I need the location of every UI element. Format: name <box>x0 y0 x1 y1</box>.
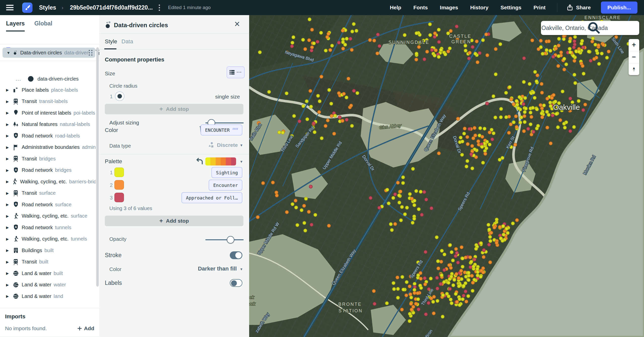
imports-title: Imports <box>5 313 99 320</box>
drag-handle-icon[interactable] <box>89 50 93 56</box>
layer-group-surface[interactable]: ▶Walking, cycling, etc.surface <box>0 210 96 222</box>
breadcrumb-styles[interactable]: Styles <box>39 4 56 11</box>
expand-triangle-icon[interactable]: ▶ <box>6 271 11 275</box>
palette-gradient-swatch[interactable] <box>205 157 236 165</box>
expand-triangle-icon[interactable]: ▶ <box>6 260 11 264</box>
layer-group-surface[interactable]: ▶ARoad networksurface <box>0 199 96 210</box>
zoom-in-button[interactable]: + <box>629 39 639 51</box>
nav-images[interactable]: Images <box>440 5 458 11</box>
layer-group-surface[interactable]: ▶Transitsurface <box>0 187 96 199</box>
layer-group-water[interactable]: ▶Land & waterwater <box>0 279 96 291</box>
add-import-button[interactable]: Add <box>77 325 94 331</box>
size-value-list-button[interactable]: ··· <box>227 66 245 78</box>
stroke-color-dropdown[interactable]: Darker than fill ▾ <box>198 265 242 272</box>
expand-triangle-icon[interactable]: ▶ <box>6 237 11 241</box>
data-type-dropdown[interactable]: Discrete ▾ <box>207 142 242 149</box>
stop-value-chip[interactable]: Encounter <box>209 180 242 191</box>
layer-group-tunnels[interactable]: ▶ARoad networktunnels <box>0 222 96 233</box>
expand-triangle-icon[interactable]: ▶ <box>6 180 10 184</box>
opacity-knob[interactable] <box>227 236 234 244</box>
expand-triangle-icon[interactable]: ▶ <box>6 191 11 195</box>
nav-history[interactable]: History <box>470 5 488 11</box>
nav-settings[interactable]: Settings <box>501 5 522 11</box>
stroke-toggle[interactable] <box>230 251 242 259</box>
group-name: Natural features <box>22 121 57 127</box>
place-icon <box>13 87 19 93</box>
expand-triangle-icon[interactable]: ▶ <box>6 203 11 207</box>
layer-group-built[interactable]: ▶Transitbuilt <box>0 256 96 268</box>
stop-color-swatch[interactable] <box>114 167 124 177</box>
layer-group-bridges[interactable]: ▶Transitbridges <box>0 153 96 164</box>
compass-bearing-button[interactable]: ▲▼ <box>629 63 639 75</box>
expand-triangle-icon[interactable]: ▶ <box>6 283 11 287</box>
layer-group-built[interactable]: ▶Buildingsbuilt <box>0 245 96 256</box>
add-size-stop-button[interactable]: +Add stop <box>105 104 243 114</box>
layer-group-barriers-bridges[interactable]: ▶Walking, cycling, etc.barriers-bridges <box>0 176 96 187</box>
expand-triangle-icon[interactable]: ▶ <box>6 99 11 104</box>
map-canvas[interactable]: Neyagawa BlvdSixth LineUpper Middle RdDo… <box>249 15 644 337</box>
expand-triangle-icon[interactable]: ▶ <box>6 145 11 149</box>
mapbox-studio-logo[interactable] <box>22 3 33 13</box>
stop-value-chip[interactable]: Approached or Foll… <box>181 192 242 203</box>
group-id: bridges <box>39 156 56 162</box>
opacity-slider[interactable] <box>205 239 244 240</box>
layer-group-transit-labels[interactable]: ▶Transittransit-labels <box>0 96 96 107</box>
group-name: Transit <box>22 98 37 104</box>
expand-triangle-icon[interactable]: ▶ <box>6 214 11 218</box>
geocoder-search-box[interactable] <box>541 21 639 35</box>
reverse-palette-icon[interactable] <box>196 157 203 166</box>
expand-triangle-icon[interactable]: ▶ <box>6 88 11 92</box>
layer-group-bridges[interactable]: ▶ARoad networkbridges <box>0 164 96 176</box>
breadcrumb-style-id[interactable]: 29b5e0e071d4f76d0aff9d220... <box>70 4 153 11</box>
stop-color-swatch[interactable] <box>114 193 124 202</box>
color-field-chip[interactable]: ENCOUNTER ““ <box>201 124 242 136</box>
layer-group-built[interactable]: ▶Land & waterbuilt <box>0 267 96 279</box>
opacity-label: Opacity <box>109 236 126 242</box>
imports-empty-text: No imports found. <box>5 325 47 331</box>
style-menu-kebab-icon[interactable] <box>158 4 161 12</box>
close-panel-icon[interactable]: × <box>233 18 241 30</box>
expand-triangle-icon[interactable]: ▶ <box>6 168 11 172</box>
expand-triangle-icon[interactable]: ▶ <box>6 134 11 138</box>
tab-style[interactable]: Style <box>105 38 117 45</box>
layer-group-land[interactable]: ▶Land & waterland <box>0 290 96 302</box>
layer-group-poi-labels[interactable]: ▶Point of interest labelspoi-labels <box>0 107 96 119</box>
nav-help[interactable]: Help <box>390 5 401 11</box>
child-prefix: ... <box>16 76 21 82</box>
layer-row-child[interactable]: ... data-driven-circles <box>0 74 96 84</box>
stop-color-swatch[interactable] <box>114 180 124 190</box>
expand-triangle-icon[interactable]: ▶ <box>6 157 11 161</box>
publish-button[interactable]: Publish... <box>601 2 637 14</box>
landwater-icon <box>13 293 19 299</box>
add-palette-stop-button[interactable]: +Add stop <box>105 216 243 226</box>
zoom-out-button[interactable]: − <box>629 51 639 63</box>
adjust-sizing-slider[interactable] <box>205 122 244 123</box>
nav-fonts[interactable]: Fonts <box>413 5 428 11</box>
expand-triangle-icon[interactable]: ▶ <box>6 111 11 115</box>
stop-value-chip[interactable]: Sighting <box>211 167 242 178</box>
share-button[interactable]: Share <box>567 4 591 11</box>
tab-global[interactable]: Global <box>34 20 52 31</box>
expand-triangle-icon[interactable]: ▶ <box>6 122 11 126</box>
hamburger-menu-icon[interactable] <box>6 5 14 10</box>
tab-layers[interactable]: Layers <box>6 20 25 31</box>
layer-group-tunnels[interactable]: ▶Walking, cycling, etc.tunnels <box>0 233 96 245</box>
layer-group-natural-labels[interactable]: ▶Natural featuresnatural-labels <box>0 119 96 130</box>
layer-row-data-driven-circles[interactable]: ▼ Data-driven circles data-driven-ci <box>3 48 95 58</box>
layer-group-place-labels[interactable]: ▶Place labelsplace-labels <box>0 84 96 96</box>
road-icon: A <box>13 224 19 231</box>
layer-group-road-labels[interactable]: ▶ARoad networkroad-labels <box>0 130 96 142</box>
labels-toggle[interactable] <box>230 279 242 287</box>
layers-scrollbar[interactable] <box>96 47 99 287</box>
expand-triangle-icon[interactable]: ▶ <box>6 294 11 298</box>
layer-group-admin[interactable]: ▶Administrative boundariesadmin <box>0 142 96 153</box>
expand-triangle-icon[interactable]: ▶ <box>6 225 11 229</box>
group-id: transit-labels <box>39 98 68 104</box>
collapse-triangle-icon[interactable]: ▼ <box>7 51 10 55</box>
tab-data[interactable]: Data <box>121 38 133 45</box>
nav-print[interactable]: Print <box>533 5 545 11</box>
expand-triangle-icon[interactable]: ▶ <box>6 248 11 252</box>
circle-radius-swatch[interactable] <box>115 91 124 101</box>
palette-chevron-down-icon[interactable]: ▾ <box>240 159 242 164</box>
group-id: surface <box>55 202 72 208</box>
